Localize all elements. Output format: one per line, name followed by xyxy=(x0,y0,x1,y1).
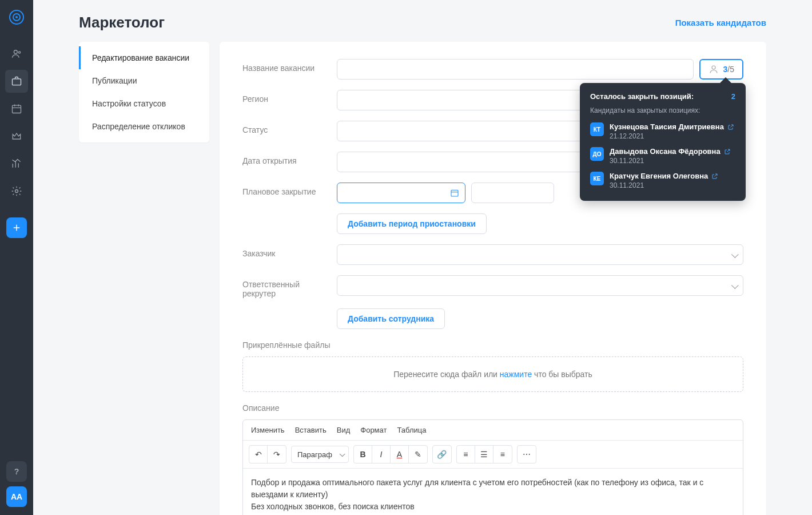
tooltip-remaining: 2 xyxy=(731,92,735,101)
tooltip-title: Осталось закрыть позиций: xyxy=(590,92,694,101)
editor-paragraph-select[interactable]: Параграф xyxy=(291,446,349,463)
nav-calendar-icon[interactable] xyxy=(5,97,28,120)
candidate-row[interactable]: КЕ Кратчук Евгения Олеговна 30.11.2021 xyxy=(590,168,735,193)
svg-rect-6 xyxy=(13,105,21,113)
candidate-date: 30.11.2021 xyxy=(610,157,731,165)
form-card: Название вакансии 3/5 Осталось закрыть п… xyxy=(220,42,766,515)
nav-add-button[interactable] xyxy=(6,217,27,238)
label-status: Статус xyxy=(242,121,325,134)
svg-point-7 xyxy=(15,190,18,193)
label-planned-close: Плановое закрытие xyxy=(242,183,325,196)
label-vacancy-name: Название вакансии xyxy=(242,59,325,73)
svg-point-8 xyxy=(712,66,715,69)
planned-close-date-1[interactable] xyxy=(337,183,465,203)
candidate-row[interactable]: ДО Давыдова Оксана Фёдоровна 30.11.2021 xyxy=(590,144,735,168)
avatar: КЕ xyxy=(590,172,604,185)
dropzone-click-link[interactable]: нажмите xyxy=(500,370,532,379)
editor-menu-item[interactable]: Вид xyxy=(337,426,351,434)
positions-tooltip: Осталось закрыть позиций: 2 Кандидаты на… xyxy=(580,83,746,201)
positions-badge[interactable]: 3/5 xyxy=(699,59,743,80)
nav-analytics-icon[interactable] xyxy=(5,152,28,175)
candidate-name: Давыдова Оксана Фёдоровна xyxy=(610,147,731,156)
editor-more-icon[interactable]: ⋯ xyxy=(518,446,536,463)
accessibility-button[interactable]: AA xyxy=(6,486,27,507)
nav-rail: ? AA xyxy=(0,0,33,515)
page-title: Маркетолог xyxy=(79,14,165,31)
editor-body[interactable]: Подбор и продажа оптимального пакета усл… xyxy=(243,469,743,515)
label-region: Регион xyxy=(242,90,325,104)
nav-vacancies-icon[interactable] xyxy=(5,70,28,93)
person-icon xyxy=(708,64,719,74)
tooltip-subtitle: Кандидаты на закрытых позициях: xyxy=(590,106,735,114)
editor-align-left-icon[interactable]: ≡ xyxy=(457,446,475,463)
nav-crown-icon[interactable] xyxy=(5,125,28,148)
planned-close-date-2[interactable] xyxy=(471,183,554,203)
main-content: Маркетолог Показать кандидатов Редактиро… xyxy=(33,0,812,515)
editor-menu-item[interactable]: Таблица xyxy=(397,426,426,434)
customer-select[interactable] xyxy=(337,244,743,265)
app-logo xyxy=(7,8,26,26)
candidate-date: 21.12.2021 xyxy=(610,132,734,140)
candidate-row[interactable]: КТ Кузнецова Таисия Дмитриевна 21.12.202… xyxy=(590,119,735,144)
editor-undo-icon[interactable]: ↶ xyxy=(249,446,268,463)
tab-edit-vacancy[interactable]: Редактирование вакансии xyxy=(79,46,209,69)
editor-highlight-icon[interactable]: ✎ xyxy=(409,446,427,463)
nav-people-icon[interactable] xyxy=(5,42,28,65)
add-employee-button[interactable]: Добавить сотрудника xyxy=(337,308,445,329)
editor-bold-icon[interactable]: B xyxy=(354,446,372,463)
editor-textcolor-icon[interactable]: A xyxy=(391,446,409,463)
vacancy-name-input[interactable] xyxy=(337,59,694,80)
editor-link-icon[interactable]: 🔗 xyxy=(433,446,451,463)
label-recruiter: Ответственный рекрутер xyxy=(242,275,325,298)
editor-align-center-icon[interactable]: ☰ xyxy=(475,446,493,463)
external-link-icon[interactable] xyxy=(711,173,718,180)
svg-point-2 xyxy=(15,16,18,18)
tab-publications[interactable]: Публикации xyxy=(79,69,209,92)
avatar: КТ xyxy=(590,122,604,136)
external-link-icon[interactable] xyxy=(727,124,734,130)
file-dropzone[interactable]: Перенесите сюда файл или нажмите что бы … xyxy=(242,356,743,392)
editor-menu-item[interactable]: Вставить xyxy=(295,426,327,434)
tab-status-settings[interactable]: Настройки статусов xyxy=(79,92,209,115)
svg-rect-5 xyxy=(13,79,21,85)
recruiter-select[interactable] xyxy=(337,275,743,296)
side-tabs: Редактирование вакансии Публикации Настр… xyxy=(79,42,209,142)
label-customer: Заказчик xyxy=(242,244,325,258)
label-description: Описание xyxy=(242,403,743,413)
editor-menu-item[interactable]: Формат xyxy=(360,426,387,434)
rich-editor: ИзменитьВставитьВидФорматТаблица ↶ ↷ Пар… xyxy=(242,419,743,515)
svg-rect-9 xyxy=(451,190,458,196)
calendar-icon xyxy=(450,188,459,197)
label-attachments: Прикреплённые файлы xyxy=(242,340,743,350)
external-link-icon[interactable] xyxy=(724,148,731,155)
editor-redo-icon[interactable]: ↷ xyxy=(268,446,286,463)
add-pause-button[interactable]: Добавить период приостановки xyxy=(337,213,487,234)
candidate-name: Кузнецова Таисия Дмитриевна xyxy=(610,122,734,131)
candidate-name: Кратчук Евгения Олеговна xyxy=(610,172,718,180)
label-open-date: Дата открытия xyxy=(242,152,325,165)
svg-point-3 xyxy=(14,50,17,54)
show-candidates-link[interactable]: Показать кандидатов xyxy=(675,18,766,27)
editor-menu-item[interactable]: Изменить xyxy=(251,426,285,434)
nav-settings-icon[interactable] xyxy=(5,180,28,203)
tab-response-distribution[interactable]: Распределение откликов xyxy=(79,115,209,138)
svg-point-4 xyxy=(18,52,20,53)
editor-italic-icon[interactable]: I xyxy=(372,446,391,463)
avatar: ДО xyxy=(590,147,604,161)
help-button[interactable]: ? xyxy=(6,461,27,482)
candidate-date: 30.11.2021 xyxy=(610,181,718,189)
editor-align-right-icon[interactable]: ≡ xyxy=(493,446,512,463)
